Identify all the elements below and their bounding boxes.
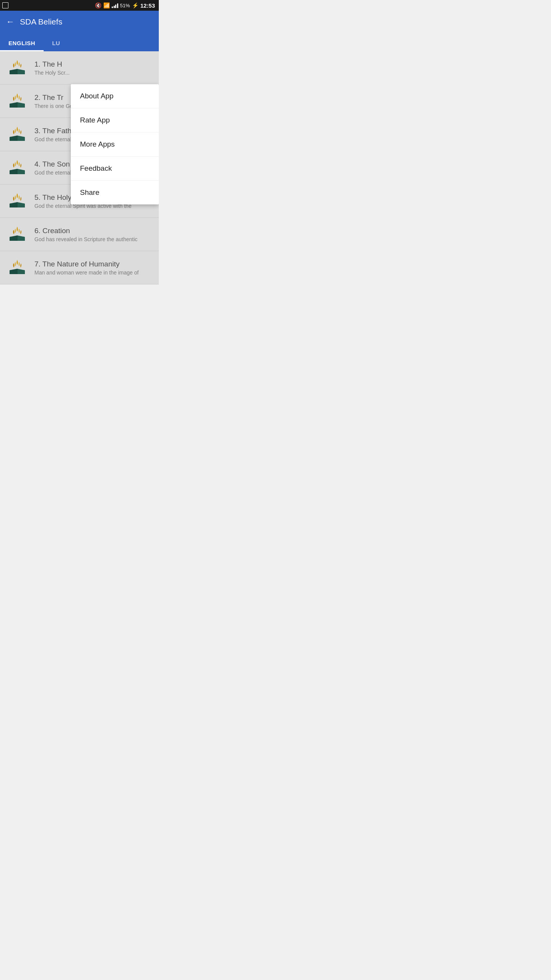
menu-item-rate[interactable]: Rate App	[71, 108, 159, 132]
app-title: SDA Beliefs	[20, 17, 153, 26]
menu-item-about[interactable]: About App	[71, 84, 159, 108]
battery-icon: ⚡	[132, 2, 139, 8]
status-bar-right: 🔇 📶 51% ⚡ 12:53	[95, 2, 155, 9]
dropdown-menu: About App Rate App More Apps Feedback Sh…	[71, 84, 159, 204]
menu-item-feedback[interactable]: Feedback	[71, 157, 159, 181]
screenshot-icon	[2, 2, 8, 8]
back-button[interactable]: ←	[6, 17, 15, 27]
tab-bar: ENGLISH LU	[0, 33, 159, 51]
menu-item-more-apps[interactable]: More Apps	[71, 132, 159, 157]
signal-icon	[112, 3, 118, 8]
app-bar: ← SDA Beliefs	[0, 11, 159, 33]
menu-item-share[interactable]: Share	[71, 181, 159, 204]
mute-icon: 🔇	[95, 2, 101, 8]
wifi-icon: 📶	[103, 2, 110, 8]
status-time: 12:53	[140, 2, 155, 9]
status-bar: 🔇 📶 51% ⚡ 12:53	[0, 0, 159, 11]
battery-percent: 51%	[120, 3, 130, 8]
tab-english[interactable]: ENGLISH	[0, 33, 44, 51]
tab-lu[interactable]: LU	[44, 33, 68, 51]
